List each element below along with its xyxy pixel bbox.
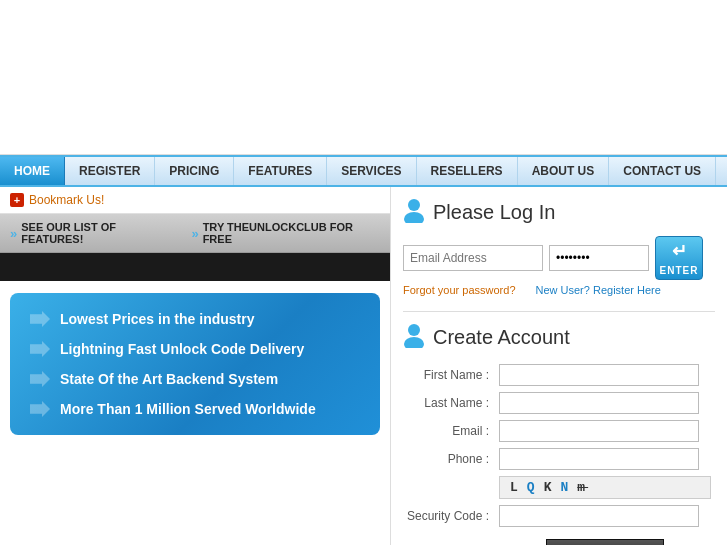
phone-row: Phone : xyxy=(403,445,715,473)
submit-row: SUBMIT xyxy=(403,530,715,545)
blue-features-box: Lowest Prices in the industry Lightning … xyxy=(10,293,380,435)
main-content: + Bookmark Us! » SEE OUR LIST OF FEATURE… xyxy=(0,187,727,545)
svg-point-3 xyxy=(404,337,424,348)
login-section: Please Log In ↵ ENTER Forgot your passwo… xyxy=(403,197,715,296)
last-name-label: Last Name : xyxy=(403,389,495,417)
features-bar: » SEE OUR LIST OF FEATURES! » TRY THEUNL… xyxy=(0,214,390,253)
nav-services[interactable]: SERVICES xyxy=(327,157,416,185)
feature-item-2: Lightning Fast Unlock Code Delivery xyxy=(30,341,360,357)
feature-item-3: State Of the Art Backend System xyxy=(30,371,360,387)
last-name-row: Last Name : xyxy=(403,389,715,417)
captcha-char-0: L xyxy=(510,480,521,495)
nav-about[interactable]: ABOUT US xyxy=(518,157,610,185)
first-name-row: First Name : xyxy=(403,361,715,389)
bookmark-label[interactable]: Bookmark Us! xyxy=(29,193,104,207)
create-title: Create Account xyxy=(403,322,715,353)
svg-point-0 xyxy=(408,199,420,211)
navigation-bar: HOME REGISTER PRICING FEATURES SERVICES … xyxy=(0,155,727,187)
nav-home[interactable]: HOME xyxy=(0,157,65,185)
password-input[interactable] xyxy=(549,245,649,271)
captcha-char-2: K xyxy=(544,480,555,495)
first-name-label: First Name : xyxy=(403,361,495,389)
new-user-link[interactable]: New User? Register Here xyxy=(536,284,661,296)
nav-register[interactable]: REGISTER xyxy=(65,157,155,185)
captcha-char-3: N xyxy=(560,480,571,495)
captcha-char-1: Q xyxy=(527,480,538,495)
chevrons-1: » xyxy=(10,226,17,241)
enter-icon: ↵ xyxy=(672,240,687,262)
section-divider xyxy=(403,311,715,312)
login-heading: Please Log In xyxy=(433,201,555,224)
login-links: Forgot your password? New User? Register… xyxy=(403,284,715,296)
nav-resellers[interactable]: RESELLERS xyxy=(417,157,518,185)
captcha-image: L Q K N m xyxy=(499,476,711,499)
features-link2[interactable]: » TRY THEUNLOCKCLUB FOR FREE xyxy=(191,221,380,245)
nav-contact[interactable]: CONTACT US xyxy=(609,157,716,185)
feature-item-4: More Than 1 Million Served Worldwide xyxy=(30,401,360,417)
phone-input[interactable] xyxy=(499,448,699,470)
arrow-icon-4 xyxy=(30,401,50,417)
chevrons-2: » xyxy=(191,226,198,241)
nav-features[interactable]: FEATURES xyxy=(234,157,327,185)
features-link1[interactable]: » SEE OUR LIST OF FEATURES! xyxy=(10,221,176,245)
create-account-section: Create Account First Name : Last Name : … xyxy=(403,322,715,545)
login-title: Please Log In xyxy=(403,197,715,228)
enter-label: ENTER xyxy=(660,265,699,276)
feature-item-1: Lowest Prices in the industry xyxy=(30,311,360,327)
last-name-input[interactable] xyxy=(499,392,699,414)
person-icon-create xyxy=(403,322,425,353)
top-white-area xyxy=(0,0,727,155)
email-label: Email : xyxy=(403,417,495,445)
security-code-label: Security Code : xyxy=(403,502,495,530)
captcha-display-row: L Q K N m xyxy=(403,473,715,502)
bookmark-bar: + Bookmark Us! xyxy=(0,187,390,214)
person-icon-login xyxy=(403,197,425,228)
bookmark-icon: + xyxy=(10,193,24,207)
arrow-icon-3 xyxy=(30,371,50,387)
email-input[interactable] xyxy=(403,245,543,271)
captcha-spacer xyxy=(403,473,495,502)
create-email-input[interactable] xyxy=(499,420,699,442)
left-panel: + Bookmark Us! » SEE OUR LIST OF FEATURE… xyxy=(0,187,390,545)
phone-label: Phone : xyxy=(403,445,495,473)
login-form-row: ↵ ENTER xyxy=(403,236,715,280)
arrow-icon-1 xyxy=(30,311,50,327)
security-code-input[interactable] xyxy=(499,505,699,527)
submit-button[interactable]: SUBMIT xyxy=(546,539,664,545)
create-heading: Create Account xyxy=(433,326,570,349)
security-code-row: Security Code : xyxy=(403,502,715,530)
first-name-input[interactable] xyxy=(499,364,699,386)
captcha-char-4: m xyxy=(577,480,588,495)
forgot-password-link[interactable]: Forgot your password? xyxy=(403,284,516,296)
enter-button[interactable]: ↵ ENTER xyxy=(655,236,703,280)
email-row: Email : xyxy=(403,417,715,445)
svg-point-1 xyxy=(404,212,424,223)
svg-point-2 xyxy=(408,324,420,336)
right-panel: Please Log In ↵ ENTER Forgot your passwo… xyxy=(390,187,727,545)
dark-separator-bar xyxy=(0,253,390,281)
create-form-table: First Name : Last Name : Email : Phone : xyxy=(403,361,715,545)
nav-pricing[interactable]: PRICING xyxy=(155,157,234,185)
arrow-icon-2 xyxy=(30,341,50,357)
